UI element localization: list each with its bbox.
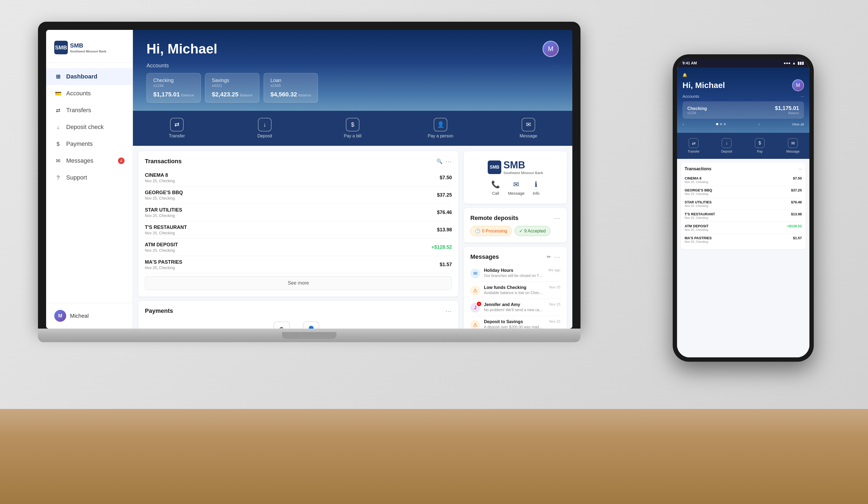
account-card-checking[interactable]: Checking x1234 $1,175.01 Balance: [146, 73, 201, 103]
message-label: Message: [520, 134, 537, 139]
phone-avatar[interactable]: M: [792, 79, 804, 91]
sidebar-item-messages[interactable]: ✉ Messages 4: [46, 152, 133, 169]
message-deposit-content: Deposit to Savings A deposit over $200.0…: [484, 319, 546, 329]
phone-view-all[interactable]: View all: [792, 122, 804, 126]
phone: 9:41 AM ●●● ▲ ▮▮▮ 🔔 Hi, Michael M Accoun…: [673, 54, 814, 362]
action-pay-person[interactable]: 👤 Pay a person: [396, 113, 484, 143]
dashboard-icon: ⊞: [54, 73, 62, 80]
phone-accounts-more[interactable]: ···: [800, 94, 804, 99]
deposit-icon: ↓: [258, 118, 271, 131]
see-more-button[interactable]: See more: [145, 276, 452, 290]
sidebar-item-support[interactable]: ? Support: [46, 169, 133, 186]
messages-icon: ✉: [54, 158, 62, 164]
logo-text: SMB SMB Southwest Missouri Bank: [54, 41, 124, 54]
action-transfer[interactable]: ⇄ Transfer: [133, 113, 221, 143]
phone-message-label: Message: [786, 150, 800, 153]
transactions-more-button[interactable]: ···: [446, 158, 452, 164]
sidebar-logo: SMB SMB Southwest Missouri Bank: [46, 30, 133, 63]
sidebar-item-label-messages: Messages: [66, 157, 93, 164]
header-avatar[interactable]: M: [542, 41, 559, 57]
call-icon: 📞: [491, 180, 500, 189]
smb-action-info[interactable]: ℹ Info: [533, 180, 539, 195]
user-avatar: M: [54, 310, 66, 322]
phone-tx-georges-bbq: GEORGE'S BBQ Nov 25, Checking $37.25: [685, 186, 802, 198]
message-jennifer[interactable]: J 4 Jennifer and Amy No problem! We'll s…: [471, 299, 560, 316]
sidebar-item-dashboard[interactable]: ⊞ Dashboard: [46, 68, 133, 85]
account-balance-label-loan: Balance: [298, 93, 311, 97]
account-card-loan[interactable]: Loan x2345 $4,560.32 Balance: [264, 73, 318, 103]
message-jennifer-content: Jennifer and Amy No problem! We'll send …: [484, 302, 546, 313]
action-message[interactable]: ✉ Message: [484, 113, 572, 143]
transactions-card: Transactions 🔍 ··· CINEMA 8: [138, 151, 458, 296]
left-panel: Transactions 🔍 ··· CINEMA 8: [138, 151, 458, 323]
phone-action-deposit[interactable]: ↓ Deposit: [710, 135, 743, 156]
search-icon[interactable]: 🔍: [436, 158, 442, 164]
phone-tx-star-utilities: STAR UTILITIES Nov 25, Checking $76.46: [685, 198, 802, 210]
header-content: Hi, Michael M Accounts ··· Checking x12: [146, 41, 559, 103]
phone-action-message[interactable]: ✉ Message: [776, 135, 809, 156]
phone-account-balance: $1,175.01: [775, 105, 799, 111]
sidebar-item-transfers[interactable]: ⇄ Transfers: [46, 102, 133, 119]
processing-text: 0 Processing: [482, 229, 507, 233]
sidebar-user[interactable]: M Micheal: [46, 303, 133, 329]
phone-action-pay[interactable]: $ Pay: [743, 135, 776, 156]
phone-account-card[interactable]: Checking x1234 $1,175.01 Balance: [682, 101, 804, 119]
phone-transfer-icon: ⇄: [689, 138, 699, 148]
laptop-screen: SMB SMB Southwest Missouri Bank ⊞ Dashbo…: [46, 30, 572, 329]
pay-person-option[interactable]: 👤 Pay a person: [298, 322, 324, 329]
payments-card-header: Payments ···: [145, 308, 452, 314]
action-deposit[interactable]: ↓ Deposit: [221, 113, 309, 143]
pay-person-label: Pay a person: [428, 134, 453, 139]
smb-panel: SMB SMB Southwest Missouri Bank: [464, 151, 567, 204]
phone-status-icons: ●●● ▲ ▮▮▮: [784, 61, 804, 65]
wifi-icon: ▲: [792, 61, 796, 65]
payments-more-button[interactable]: ···: [446, 308, 452, 314]
sidebar-item-payments[interactable]: $ Payments: [46, 135, 133, 152]
phone-deposit-icon: ↓: [722, 138, 732, 148]
phone-transactions-more[interactable]: ···: [798, 167, 802, 171]
phone-tx-mas-pastries: MA'S PASTRIES Nov 25, Checking $1.57: [685, 234, 802, 245]
transaction-atm-deposit: ATM DEPOSIT Nov 25, Checking +$128.52: [145, 239, 452, 256]
sidebar-item-accounts[interactable]: 💳 Accounts: [46, 85, 133, 102]
phone-next-icon[interactable]: ›: [758, 121, 760, 127]
message-icon: ✉: [521, 118, 535, 131]
phone-header: 🔔 Hi, Michael M Accounts ··· Checking x1…: [677, 67, 809, 133]
sidebar-item-deposit-check[interactable]: ↓ Deposit check: [46, 119, 133, 135]
pay-bill-option[interactable]: $ Pay a bill: [272, 322, 290, 329]
smb-actions: 📞 Call ✉ Message ℹ Info: [491, 180, 539, 195]
message-holiday[interactable]: ✉ Holiday Hours Our branches will be clo…: [471, 265, 560, 282]
phone-transactions-card: Transactions ··· CINEMA 8 Nov 25, Checki…: [681, 163, 806, 249]
pay-person-icon: 👤: [434, 118, 447, 131]
jennifer-badge: 4: [477, 302, 481, 306]
smb-action-message[interactable]: ✉ Message: [508, 180, 525, 195]
account-card-savings[interactable]: Savings x4321 $2,423.25 Balance: [205, 73, 259, 103]
sidebar: SMB SMB Southwest Missouri Bank ⊞ Dashbo…: [46, 30, 133, 329]
pay-bill-option-icon: $: [273, 322, 290, 329]
action-pay-bill[interactable]: $ Pay a bill: [309, 113, 396, 143]
sidebar-item-label-payments: Payments: [66, 140, 93, 148]
account-balance-loan: $4,560.32: [270, 91, 297, 98]
transactions-title: Transactions: [145, 158, 182, 165]
smb-message-icon: ✉: [513, 180, 519, 189]
phone-transfer-label: Transfer: [688, 150, 700, 153]
phone-greeting: Hi, Michael: [682, 81, 725, 90]
payments-card: Payments ··· $ Pay a bill 👤: [138, 301, 458, 329]
compose-icon[interactable]: ✏: [547, 254, 551, 260]
smb-action-call[interactable]: 📞 Call: [491, 180, 500, 195]
messages-more-button[interactable]: ···: [554, 254, 560, 260]
accounts-cards: Checking x1234 $1,175.01 Balance Savings: [146, 73, 559, 103]
payments-title: Payments: [145, 308, 173, 314]
remote-deposits-title: Remote deposits: [471, 214, 518, 222]
messages-title: Messages: [471, 253, 499, 260]
phone-prev-icon[interactable]: ‹: [682, 121, 684, 127]
content-area: Transactions 🔍 ··· CINEMA 8: [133, 146, 572, 329]
transfer-label: Transfer: [169, 134, 185, 139]
message-deposit-savings[interactable]: ⚠ Deposit to Savings A deposit over $200…: [471, 316, 560, 329]
message-low-funds[interactable]: ⚠ Low funds Checking Available balance i…: [471, 282, 560, 299]
phone-action-transfer[interactable]: ⇄ Transfer: [677, 135, 710, 156]
transactions-card-header: Transactions 🔍 ···: [145, 158, 452, 165]
phone-account-num: x1234: [688, 111, 707, 115]
accounts-more-button[interactable]: ···: [552, 62, 559, 69]
remote-deposits-more[interactable]: ···: [554, 215, 560, 221]
account-number-loan: x2345: [270, 83, 311, 88]
